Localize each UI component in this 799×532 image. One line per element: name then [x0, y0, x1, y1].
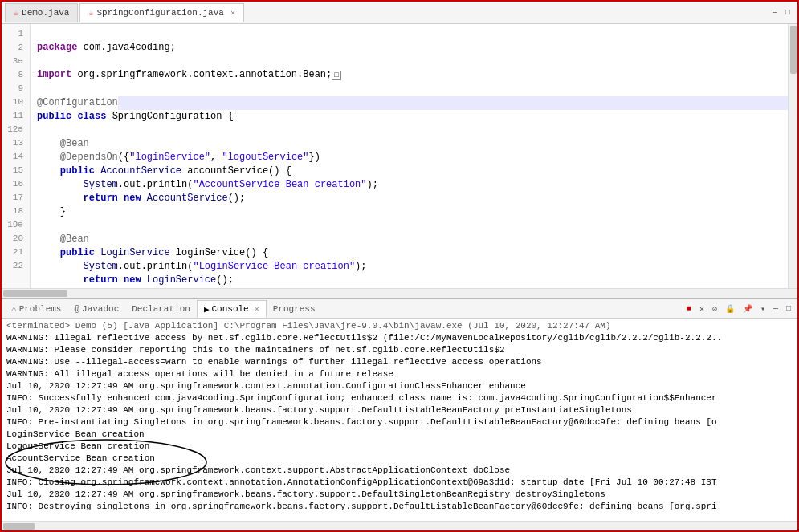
- problems-icon: ⚠: [11, 303, 17, 314]
- console-close[interactable]: ✕: [255, 304, 259, 314]
- editor-tab-bar: ☕ Demo.java ☕ SpringConfiguration.java ✕…: [2, 2, 797, 24]
- java-icon-spring: ☕: [88, 8, 93, 18]
- panel-tab-javadoc[interactable]: @ Javadoc: [67, 300, 125, 318]
- panel-tab-console[interactable]: ▶ Console ✕: [197, 300, 267, 318]
- console-line: Jul 10, 2020 12:27:49 AM org.springframe…: [6, 404, 793, 416]
- panel-tab-problems[interactable]: ⚠ Problems: [5, 300, 67, 318]
- console-icon: ▶: [204, 304, 210, 315]
- panel-actions: ■ ✕ ⊘ 🔒 📌 ▾ — □: [683, 303, 797, 315]
- line-numbers: 1 2 3⊖ 8 9 10 11 12⊖ 13 14 15 16 17 18 1…: [2, 24, 31, 288]
- tab-spring[interactable]: ☕ SpringConfiguration.java ✕: [79, 3, 244, 22]
- panel-tab-declaration[interactable]: Declaration: [125, 300, 197, 318]
- editor-vscroll[interactable]: [788, 24, 797, 288]
- editor-content: 1 2 3⊖ 8 9 10 11 12⊖ 13 14 15 16 17 18 1…: [2, 24, 797, 288]
- console-line: Jul 10, 2020 12:27:49 AM org.springframe…: [6, 489, 793, 501]
- tab-demo-label: Demo.java: [22, 8, 69, 18]
- console-line: WARNING: Please consider reporting this …: [6, 344, 793, 356]
- console-logout-creation: LogoutService Bean creation: [6, 441, 793, 453]
- console-line: INFO: Closing org.springframework.contex…: [6, 477, 793, 489]
- close-console-btn[interactable]: ✕: [696, 303, 707, 315]
- editor-hscroll-thumb[interactable]: [3, 290, 67, 297]
- panel-tab-bar: ⚠ Problems @ Javadoc Declaration ▶ Conso…: [2, 299, 797, 319]
- pin-btn[interactable]: 📌: [740, 303, 756, 315]
- editor-hscroll[interactable]: [2, 288, 797, 298]
- declaration-label: Declaration: [132, 304, 190, 314]
- minimize-editor-btn[interactable]: —: [770, 7, 780, 18]
- maximize-editor-btn[interactable]: □: [783, 7, 793, 18]
- javadoc-label: Javadoc: [82, 304, 119, 314]
- code-editor[interactable]: package com.java4coding; import org.spri…: [31, 24, 788, 288]
- javadoc-icon: @: [74, 304, 79, 314]
- console-account-creation: AccountService Bean creation: [6, 453, 793, 465]
- console-login-creation: LoginService Bean creation: [6, 428, 793, 441]
- editor-area: 1 2 3⊖ 8 9 10 11 12⊖ 13 14 15 16 17 18 1…: [2, 24, 797, 298]
- console-terminated-line: <terminated> Demo (5) [Java Application]…: [6, 320, 793, 332]
- tab-spring-label: SpringConfiguration.java: [96, 8, 223, 18]
- console-hscroll[interactable]: [2, 521, 797, 530]
- scroll-lock-btn[interactable]: 🔒: [722, 303, 738, 315]
- console-line: INFO: Successfully enhanced com.java4cod…: [6, 392, 793, 404]
- console-output: <terminated> Demo (5) [Java Application]…: [2, 319, 797, 521]
- editor-tab-actions: — □: [770, 7, 797, 18]
- panel-tab-progress[interactable]: Progress: [267, 300, 322, 318]
- editor-vscroll-thumb[interactable]: [790, 26, 797, 74]
- problems-label: Problems: [19, 304, 62, 314]
- console-line: INFO: Destroying singletons in org.sprin…: [6, 501, 793, 513]
- console-hscroll-thumb[interactable]: [3, 523, 35, 530]
- console-line: INFO: Pre-instantiating Singletons in or…: [6, 416, 793, 428]
- console-label: Console: [212, 304, 249, 314]
- java-icon-demo: ☕: [14, 8, 18, 18]
- console-line: WARNING: All illegal access operations w…: [6, 368, 793, 380]
- stop-btn[interactable]: ■: [683, 303, 695, 315]
- bottom-panel: ⚠ Problems @ Javadoc Declaration ▶ Conso…: [2, 298, 797, 530]
- minimize-panel-btn[interactable]: —: [770, 303, 781, 315]
- view-menu-btn[interactable]: ▾: [757, 303, 768, 315]
- tab-spring-close[interactable]: ✕: [230, 8, 235, 18]
- tab-demo[interactable]: ☕ Demo.java: [5, 3, 78, 22]
- console-line: WARNING: Illegal reflective access by ne…: [6, 332, 793, 344]
- console-line: Jul 10, 2020 12:27:49 AM org.springframe…: [6, 465, 793, 477]
- console-line: WARNING: Use --illegal-access=warn to en…: [6, 356, 793, 368]
- progress-label: Progress: [273, 304, 316, 314]
- clear-console-btn[interactable]: ⊘: [709, 303, 720, 315]
- console-line: Jul 10, 2020 12:27:49 AM org.springframe…: [6, 380, 793, 392]
- maximize-panel-btn[interactable]: □: [783, 303, 794, 315]
